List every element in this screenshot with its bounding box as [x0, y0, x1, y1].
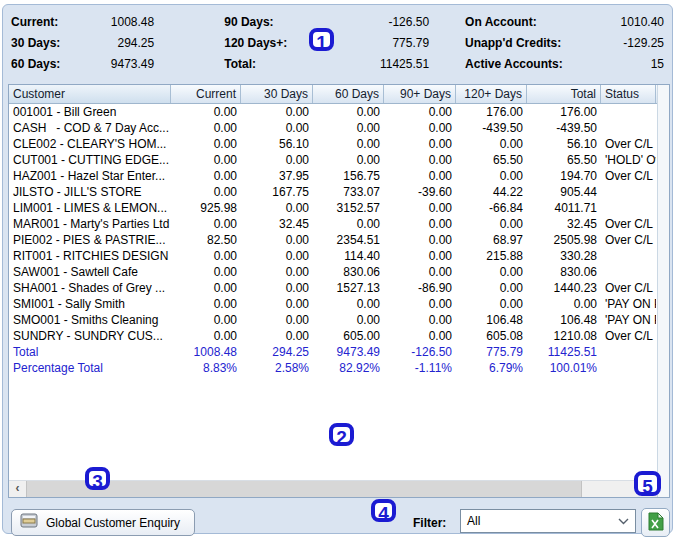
amount-cell: 176.00 — [527, 104, 601, 120]
table-row[interactable]: CUT001 - CUTTING EDGE...0.000.000.000.00… — [9, 152, 657, 168]
amount-cell: 0.00 — [384, 104, 456, 120]
filter-select[interactable]: All — [460, 509, 636, 533]
table-header-row[interactable]: CustomerCurrent30 Days60 Days90+ Days120… — [9, 85, 669, 104]
amount-cell: 0.00 — [384, 264, 456, 280]
summary-totals: Current:1008.4830 Days:294.2560 Days:947… — [11, 15, 664, 71]
table-row[interactable]: JILSTO - JILL'S STORE0.00167.75733.07-39… — [9, 184, 657, 200]
status-cell: 'PAY ON PICKUP' — [601, 312, 656, 328]
table-row[interactable]: PIE002 - PIES & PASTRIE...82.500.002354.… — [9, 232, 657, 248]
status-cell: Over C/L — [601, 136, 656, 152]
amount-cell: 0.00 — [171, 184, 241, 200]
table-row[interactable]: SUNDRY - SUNDRY CUS...0.000.00605.000.00… — [9, 328, 657, 344]
global-customer-enquiry-button[interactable]: Global Customer Enquiry — [11, 509, 195, 536]
amount-cell: 1527.13 — [313, 280, 384, 296]
amount-cell: 1210.08 — [527, 328, 601, 344]
summary-value: 294.25 — [60, 36, 154, 50]
column-header-90-days[interactable]: 90+ Days — [384, 85, 456, 103]
table-row[interactable]: SAW001 - Sawtell Cafe0.000.00830.060.000… — [9, 264, 657, 280]
summary-label: 120 Days+: — [224, 36, 287, 50]
amount-cell: 0.00 — [171, 264, 241, 280]
customer-cell: LIM001 - LIMES & LEMON... — [9, 200, 171, 216]
amount-cell: 37.95 — [241, 168, 313, 184]
amount-cell: 0.00 — [384, 136, 456, 152]
table-row[interactable]: LIM001 - LIMES & LEMON...925.980.003152.… — [9, 200, 657, 216]
summary-label: 60 Days: — [11, 57, 60, 71]
amount-cell: 0.00 — [456, 136, 527, 152]
column-header-120-days[interactable]: 120+ Days — [456, 85, 527, 103]
excel-export-icon — [648, 512, 664, 534]
table-row[interactable]: SMI001 - Sally Smith0.000.000.000.000.00… — [9, 296, 657, 312]
amount-cell: 0.00 — [313, 296, 384, 312]
total-row-value: -126.50 — [384, 344, 456, 360]
horizontal-scrollbar-track[interactable] — [582, 481, 640, 497]
export-to-excel-button[interactable] — [641, 508, 670, 537]
percentage-total-row-value: 8.83% — [171, 360, 241, 376]
annotation-badge-4: 4 — [371, 499, 396, 522]
amount-cell: -66.84 — [456, 200, 527, 216]
table-row[interactable]: 001001 - Bill Green0.000.000.000.00176.0… — [9, 104, 657, 120]
table-row[interactable]: MAR001 - Marty's Parties Ltd0.0032.450.0… — [9, 216, 657, 232]
amount-cell: 65.50 — [527, 152, 601, 168]
amount-cell: 0.00 — [241, 296, 313, 312]
amount-cell: 0.00 — [456, 168, 527, 184]
enquiry-button-label: Global Customer Enquiry — [46, 516, 180, 530]
customer-cell: RIT001 - RITCHIES DESIGN — [9, 248, 171, 264]
table-row[interactable]: CLE002 - CLEARY'S HOM...0.0056.100.000.0… — [9, 136, 657, 152]
status-cell — [601, 344, 656, 360]
amount-cell: 0.00 — [384, 120, 456, 136]
table-row[interactable]: RIT001 - RITCHIES DESIGN0.000.00114.400.… — [9, 248, 657, 264]
status-cell — [601, 360, 656, 376]
amount-cell: 0.00 — [384, 152, 456, 168]
amount-cell: 830.06 — [313, 264, 384, 280]
amount-cell: -439.50 — [456, 120, 527, 136]
amount-cell: 32.45 — [527, 216, 601, 232]
summary-label: Unapp'd Credits: — [465, 36, 563, 50]
amount-cell: 0.00 — [456, 264, 527, 280]
customer-cell: SMI001 - Sally Smith — [9, 296, 171, 312]
amount-cell: 0.00 — [313, 120, 384, 136]
customer-cell: SAW001 - Sawtell Cafe — [9, 264, 171, 280]
amount-cell: 65.50 — [456, 152, 527, 168]
total-row-value: 775.79 — [456, 344, 527, 360]
column-header-60-days[interactable]: 60 Days — [313, 85, 384, 103]
column-header-30-days[interactable]: 30 Days — [241, 85, 313, 103]
column-header-current[interactable]: Current — [171, 85, 241, 103]
summary-label: Total: — [224, 57, 287, 71]
percentage-total-row: Percentage Total8.83%2.58%82.92%-1.11%6.… — [9, 360, 657, 376]
column-header-status[interactable]: Status — [601, 85, 656, 103]
summary-label: Current: — [11, 15, 60, 29]
customer-cell: CASH - COD & 7 Day Acc... — [9, 120, 171, 136]
amount-cell: 0.00 — [171, 280, 241, 296]
chevron-down-icon — [618, 514, 629, 528]
annotation-badge-3: 3 — [85, 467, 110, 490]
percentage-total-row-value: 6.79% — [456, 360, 527, 376]
customer-cell: SUNDRY - SUNDRY CUS... — [9, 328, 171, 344]
summary-label: 30 Days: — [11, 36, 60, 50]
column-header-customer[interactable]: Customer — [9, 85, 171, 103]
amount-cell: 44.22 — [456, 184, 527, 200]
vertical-scrollbar[interactable] — [657, 85, 669, 497]
amount-cell: 830.06 — [527, 264, 601, 280]
amount-cell: 106.48 — [456, 312, 527, 328]
amount-cell: 733.07 — [313, 184, 384, 200]
percentage-total-row-value: -1.11% — [384, 360, 456, 376]
table-row[interactable]: HAZ001 - Hazel Star Enter...0.0037.95156… — [9, 168, 657, 184]
amount-cell: 0.00 — [384, 200, 456, 216]
amount-cell: 0.00 — [313, 152, 384, 168]
table-row[interactable]: SHA001 - Shades of Grey ...0.000.001527.… — [9, 280, 657, 296]
status-cell — [601, 264, 656, 280]
summary-value: 1010.40 — [563, 15, 664, 29]
amount-cell: 0.00 — [241, 200, 313, 216]
status-cell — [601, 184, 656, 200]
table-row[interactable]: CASH - COD & 7 Day Acc...0.000.000.000.0… — [9, 120, 657, 136]
amount-cell: 0.00 — [456, 216, 527, 232]
status-cell: Over C/L — [601, 216, 656, 232]
aged-balances-panel: Current:1008.4830 Days:294.2560 Days:947… — [2, 4, 673, 534]
amount-cell: 0.00 — [456, 296, 527, 312]
column-header-total[interactable]: Total — [527, 85, 601, 103]
status-cell — [601, 104, 656, 120]
amount-cell: 0.00 — [313, 104, 384, 120]
scroll-left-arrow-icon[interactable]: ‹ — [9, 481, 26, 497]
amount-cell: 0.00 — [241, 152, 313, 168]
table-row[interactable]: SMO001 - Smiths Cleaning0.000.000.000.00… — [9, 312, 657, 328]
